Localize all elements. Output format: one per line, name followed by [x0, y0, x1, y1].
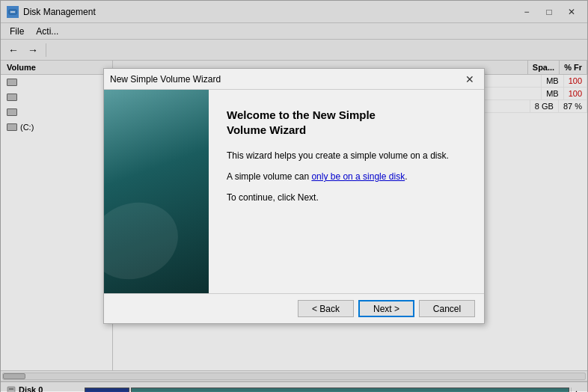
back-button[interactable]: < Back: [298, 300, 354, 317]
modal-sidebar-graphic: [104, 90, 209, 293]
modal-content-area: Welcome to the New SimpleVolume Wizard T…: [209, 90, 484, 293]
modal-para-1: This wizard helps you create a simple vo…: [227, 149, 466, 162]
para2-prefix: A simple volume can: [227, 171, 311, 182]
main-window: Disk Management − □ ✕ File Acti... ← → V…: [0, 0, 588, 392]
modal-close-button[interactable]: ✕: [462, 72, 478, 87]
modal-title: New Simple Volume Wizard: [110, 74, 462, 85]
para2-link: only be on a single disk: [311, 171, 405, 182]
modal-title-bar: New Simple Volume Wizard ✕: [104, 69, 484, 90]
modal-footer: < Back Next > Cancel: [104, 293, 484, 323]
next-button[interactable]: Next >: [358, 300, 414, 317]
modal-para-2: A simple volume can only be on a single …: [227, 170, 466, 183]
modal-body: Welcome to the New SimpleVolume Wizard T…: [104, 90, 484, 293]
modal-para-3: To continue, click Next.: [227, 191, 466, 204]
sidebar-decoration: [104, 190, 189, 291]
modal-heading: Welcome to the New SimpleVolume Wizard: [227, 108, 466, 137]
cancel-button[interactable]: Cancel: [419, 300, 475, 317]
para2-suffix: .: [405, 171, 407, 182]
modal-spacer: [227, 212, 466, 281]
wizard-modal: New Simple Volume Wizard ✕ Welcome to th…: [103, 68, 485, 324]
modal-overlay: New Simple Volume Wizard ✕ Welcome to th…: [1, 1, 587, 391]
